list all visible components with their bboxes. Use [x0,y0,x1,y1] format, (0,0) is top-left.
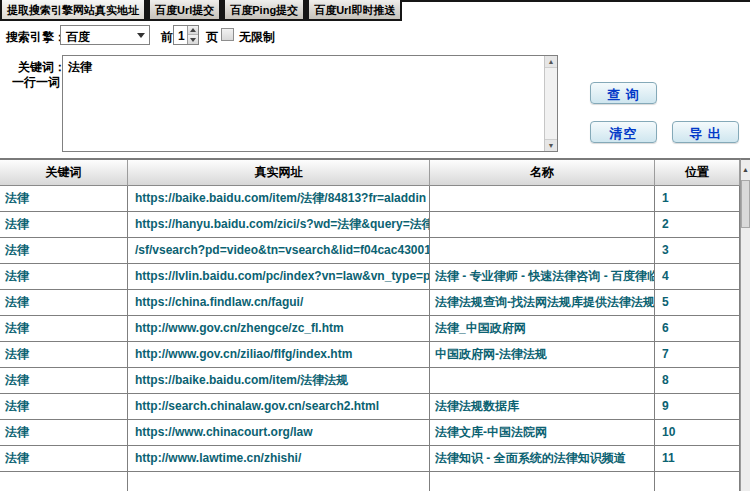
table-row[interactable]: 法律 http://search.chinalaw.gov.cn/search2… [0,394,740,420]
table-row[interactable]: 法律 http://www.lawtime.cn/zhishi/ 法律知识 - … [0,446,740,472]
cell-name: 法律知识 - 全面系统的法律知识频道 [430,446,655,472]
cell-position: 8 [655,368,740,394]
table-scrollbar[interactable]: ▲ [740,158,750,491]
table-row[interactable]: 法律 https://hanyu.baidu.com/zici/s?wd=法律&… [0,212,740,238]
cell-url [128,472,430,491]
cell-keyword: 法律 [0,238,128,264]
page-count-value: 1 [178,29,185,43]
page-suffix-label: 页 [206,29,218,46]
cell-url: https://www.chinacourt.org/law [128,420,430,446]
app-window: 提取搜索引擎网站真实地址 百度Url提交 百度Ping提交 百度Url即时推送 … [0,0,750,491]
results-table: 关键词 真实网址 名称 位置 法律 https://baike.baidu.co… [0,158,740,491]
clear-button[interactable]: 清空 [590,121,657,143]
keyword-hint-label: 一行一词 [12,74,60,91]
cell-url: /sf/vsearch?pd=video&tn=vsearch&lid=f04c… [128,238,430,264]
tab-extract-real-urls[interactable]: 提取搜索引擎网站真实地址 [0,0,146,21]
cell-url: https://china.findlaw.cn/fagui/ [128,290,430,316]
cell-url: https://hanyu.baidu.com/zici/s?wd=法律&que… [128,212,430,238]
cell-position: 4 [655,264,740,290]
tab-baidu-url-submit[interactable]: 百度Url提交 [148,0,221,21]
cell-keyword: 法律 [0,368,128,394]
cell-position: 9 [655,394,740,420]
cell-position: 3 [655,238,740,264]
cell-url: https://lvlin.baidu.com/pc/index?vn=law&… [128,264,430,290]
stepper-buttons [187,26,198,44]
table-row[interactable]: 法律 https://baike.baidu.com/item/法律法规 8 [0,368,740,394]
keyword-textarea[interactable]: 法律 ▲ ▼ [62,55,558,152]
table-row[interactable]: 法律 https://baike.baidu.com/item/法律/84813… [0,186,740,212]
search-engine-label: 搜索引擎： [6,29,66,46]
cell-url: http://www.gov.cn/ziliao/flfg/index.htm [128,342,430,368]
cell-name [430,238,655,264]
stepper-down-button[interactable] [188,35,198,44]
search-engine-value: 百度 [66,30,90,44]
table-row[interactable]: 法律 /sf/vsearch?pd=video&tn=vsearch&lid=f… [0,238,740,264]
cell-keyword: 法律 [0,342,128,368]
page-prefix-label: 前 [161,29,173,46]
cell-name: 法律法规数据库 [430,394,655,420]
cell-name: 中国政府网-法律法规 [430,342,655,368]
scroll-up-icon[interactable]: ▲ [545,56,557,68]
table-row-empty[interactable] [0,472,740,491]
export-button[interactable]: 导 出 [672,121,739,143]
cell-position: 1 [655,186,740,212]
cell-name [430,186,655,212]
cell-position: 11 [655,446,740,472]
cell-position: 7 [655,342,740,368]
tab-bar: 提取搜索引擎网站真实地址 百度Url提交 百度Ping提交 百度Url即时推送 [0,0,404,21]
table-row[interactable]: 法律 https://www.chinacourt.org/law 法律文库-中… [0,420,740,446]
arrow-down-icon [190,38,196,42]
cell-url: https://baike.baidu.com/item/法律法规 [128,368,430,394]
unlimited-checkbox[interactable] [221,28,234,41]
tab-baidu-ping-submit[interactable]: 百度Ping提交 [223,0,305,21]
header-position[interactable]: 位置 [655,160,740,186]
cell-name [430,212,655,238]
table-header-row: 关键词 真实网址 名称 位置 [0,160,740,186]
header-url[interactable]: 真实网址 [128,160,430,186]
cell-keyword: 法律 [0,186,128,212]
cell-keyword: 法律 [0,420,128,446]
cell-keyword: 法律 [0,264,128,290]
cell-name: 法律文库-中国法院网 [430,420,655,446]
keyword-scrollbar[interactable]: ▲ ▼ [544,56,557,151]
cell-keyword: 法律 [0,394,128,420]
cell-url: http://www.gov.cn/zhengce/zc_fl.htm [128,316,430,342]
cell-keyword: 法律 [0,446,128,472]
search-engine-select[interactable]: 百度 [60,25,150,45]
table-row[interactable]: 法律 https://china.findlaw.cn/fagui/ 法律法规查… [0,290,740,316]
table-row[interactable]: 法律 http://www.gov.cn/zhengce/zc_fl.htm 法… [0,316,740,342]
cell-name [430,368,655,394]
scrollbar-thumb[interactable] [741,180,750,228]
table-row[interactable]: 法律 http://www.gov.cn/ziliao/flfg/index.h… [0,342,740,368]
cell-name: 法律 - 专业律师 - 快速法律咨询 - 百度律临 [430,264,655,290]
scroll-up-icon[interactable]: ▲ [741,162,750,176]
cell-url: https://baike.baidu.com/item/法律/84813?fr… [128,186,430,212]
unlimited-label: 无限制 [239,29,275,46]
query-button[interactable]: 查 询 [590,82,657,104]
header-keyword[interactable]: 关键词 [0,160,128,186]
keyword-text: 法律 [68,59,92,76]
cell-position: 6 [655,316,740,342]
tab-baidu-url-instant-push[interactable]: 百度Url即时推送 [307,0,402,21]
scroll-down-icon[interactable]: ▼ [545,139,557,151]
cell-position: 2 [655,212,740,238]
cell-url: http://search.chinalaw.gov.cn/search2.ht… [128,394,430,420]
arrow-up-icon [190,28,196,32]
cell-keyword: 法律 [0,316,128,342]
cell-keyword: 法律 [0,212,128,238]
cell-position: 10 [655,420,740,446]
header-name[interactable]: 名称 [430,160,655,186]
cell-keyword: 法律 [0,290,128,316]
cell-position: 5 [655,290,740,316]
stepper-up-button[interactable] [188,26,198,35]
chevron-down-icon [137,33,145,38]
table-row[interactable]: 法律 https://lvlin.baidu.com/pc/index?vn=l… [0,264,740,290]
cell-keyword [0,472,128,491]
cell-url: http://www.lawtime.cn/zhishi/ [128,446,430,472]
page-count-stepper[interactable]: 1 [173,25,199,45]
cell-name: 法律_中国政府网 [430,316,655,342]
cell-name [430,472,655,491]
cell-position [655,472,740,491]
cell-name: 法律法规查询-找法网法规库提供法律法规、司 [430,290,655,316]
